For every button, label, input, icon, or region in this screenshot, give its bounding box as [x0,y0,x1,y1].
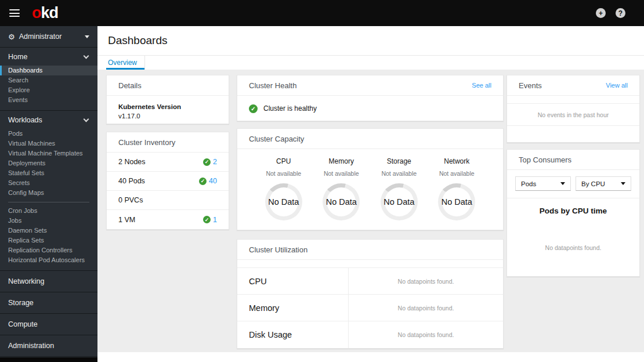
nav-workloads-header[interactable]: Workloads [0,111,97,129]
nav-section-compute: Compute [0,314,97,335]
help-icon[interactable]: ? [616,8,625,18]
inventory-pods-label[interactable]: 40 Pods [118,177,145,185]
utilization-card-title: Cluster Utilization [249,245,307,254]
page-title: Dashboards [108,34,167,47]
sidebar-item-secrets[interactable]: Secrets [0,178,97,188]
sidebar-item-jobs[interactable]: Jobs [0,216,97,226]
sidebar-item-deployments[interactable]: Deployments [0,158,97,168]
masthead: okd + ? [0,0,644,26]
utilization-cpu-label: CPU [237,268,349,294]
inventory-vms-count[interactable]: 1 [213,216,217,224]
nav-storage-header[interactable]: Storage [0,292,97,313]
sidebar-item-replication-controllers[interactable]: Replication Controllers [0,245,97,255]
nav-storage-label: Storage [8,299,34,307]
inventory-row-pods: 40 Pods ✓ 40 [107,172,229,191]
consumer-metric-select[interactable]: By CPU [576,176,631,191]
storage-donut-chart: No Data [381,183,418,220]
events-toolbar [507,96,639,104]
tab-bar: Overview [97,56,644,70]
consumer-type-select[interactable]: Pods [515,176,571,191]
events-card-header: Events View all [507,75,639,96]
inventory-pvcs-label[interactable]: 0 PVCs [118,196,143,204]
inventory-card-header: Cluster Inventory [107,132,229,153]
inventory-nodes-label[interactable]: 2 Nodes [118,158,146,166]
add-icon[interactable]: + [596,8,606,18]
nav-section-networking: Networking [0,271,97,292]
nav-administration-header[interactable]: Administration [0,335,97,356]
health-card-header: Cluster Health See all [237,75,503,96]
check-circle-icon: ✓ [199,178,207,185]
top-consumers-card: Top Consumers Pods By CPU Pods by CPU ti… [506,149,640,277]
check-circle-icon: ✓ [203,216,211,223]
caret-down-icon [621,182,625,185]
cogs-icon: ⚙ [8,33,15,41]
memory-donut-value: No Data [326,197,357,207]
nav-workloads-label: Workloads [8,116,42,124]
menu-icon[interactable] [9,9,20,17]
details-card-header: Details [107,75,229,96]
nav-networking-header[interactable]: Networking [0,271,97,292]
sidebar-item-pods[interactable]: Pods [0,129,97,139]
consumer-metric-value: By CPU [581,180,605,187]
sidebar-item-vm-templates[interactable]: Virtual Machine Templates [0,149,97,158]
health-card-title: Cluster Health [249,81,296,90]
perspective-label: Administrator [19,32,62,41]
cpu-donut-value: No Data [268,197,299,207]
main-area: Dashboards Overview Details Kubernetes V… [97,26,644,362]
column-left: Details Kubernetes Version v1.17.0 Clust… [106,75,229,230]
utilization-row-cpu: CPU No datapoints found. [237,268,503,295]
nav-section-administration: Administration [0,335,97,357]
cluster-utilization-card: Cluster Utilization CPU No datapoints fo… [237,239,504,349]
cluster-health-card: Cluster Health See all ✓ Cluster is heal… [237,75,504,121]
sidebar-item-virtual-machines[interactable]: Virtual Machines [0,139,97,149]
inventory-pods-count[interactable]: 40 [209,177,217,185]
sidebar-item-dashboards[interactable]: Dashboards [0,66,97,75]
page-header: Dashboards [97,26,644,56]
inventory-vms-label[interactable]: 1 VM [118,216,135,224]
memory-donut-chart: No Data [323,183,360,220]
sidebar-item-horizontal-pod-autoscalers[interactable]: Horizontal Pod Autoscalers [0,255,97,265]
perspective-switcher[interactable]: ⚙ Administrator [0,26,97,48]
sidebar-item-search[interactable]: Search [0,75,97,85]
capacity-gauge-memory: Memory Not available No Data [313,157,371,220]
chevron-down-icon [84,116,89,122]
utilization-disk-label: Disk Usage [237,321,349,348]
sidebar-item-explore[interactable]: Explore [0,85,97,95]
inventory-card-title: Cluster Inventory [118,138,175,147]
nav-divider [8,202,89,202]
inventory-row-vms: 1 VM ✓ 1 [107,210,229,229]
nav-home-header[interactable]: Home [0,48,97,66]
nav-section-home: Home Dashboards Search Explore Events [0,48,97,111]
sidebar-item-config-maps[interactable]: Config Maps [0,188,97,198]
masthead-actions: + ? [596,8,635,18]
okd-logo[interactable]: okd [32,5,58,21]
sidebar-item-replica-sets[interactable]: Replica Sets [0,236,97,245]
nav-compute-header[interactable]: Compute [0,314,97,335]
nav-home-label: Home [8,53,27,61]
sidebar-item-cron-jobs[interactable]: Cron Jobs [0,206,97,216]
sidebar-item-events[interactable]: Events [0,95,97,105]
capacity-gauge-storage: Storage Not available No Data [370,157,428,220]
see-all-link[interactable]: See all [472,82,491,89]
tab-overview[interactable]: Overview [106,56,145,70]
chevron-down-icon [84,53,89,59]
inventory-nodes-count[interactable]: 2 [213,158,217,166]
dashboard-content: Details Kubernetes Version v1.17.0 Clust… [97,70,644,352]
gauge-network-label: Network [428,157,486,165]
nav-compute-label: Compute [8,320,38,328]
consumers-card-title: Top Consumers [519,155,571,164]
nav-networking-label: Networking [8,277,45,285]
network-donut-value: No Data [442,197,472,207]
caret-down-icon [560,182,565,185]
nav-section-workloads: Workloads Pods Virtual Machines Virtual … [0,111,97,271]
sidebar-item-daemon-sets[interactable]: Daemon Sets [0,226,97,236]
gauge-memory-label: Memory [313,157,371,165]
nav-workloads-items: Pods Virtual Machines Virtual Machine Te… [0,129,97,270]
cpu-donut-chart: No Data [265,183,302,220]
nav-section-storage: Storage [0,292,97,314]
gauge-memory-availability: Not available [313,170,371,177]
storage-donut-value: No Data [383,197,414,207]
nav-administration-label: Administration [8,342,54,350]
view-all-link[interactable]: View all [606,82,628,89]
sidebar-item-stateful-sets[interactable]: Stateful Sets [0,168,97,178]
